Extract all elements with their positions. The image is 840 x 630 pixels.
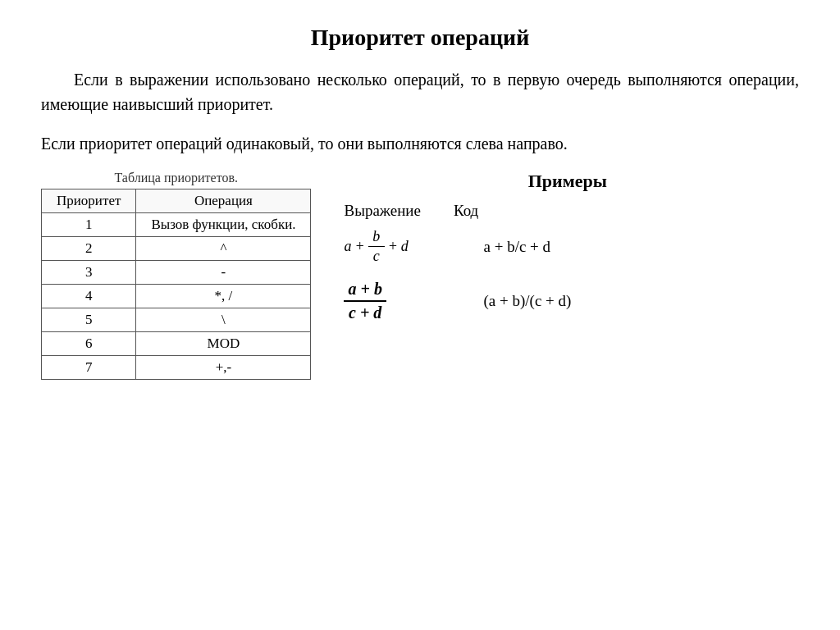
cell-operation-1: ^ bbox=[136, 237, 311, 261]
header-code: Код bbox=[454, 202, 478, 220]
code-1: a + b/c + d bbox=[483, 238, 550, 256]
cell-priority-6: 7 bbox=[42, 356, 136, 380]
expr-2: a + b c + d bbox=[344, 280, 459, 322]
examples-title: Примеры bbox=[336, 171, 799, 192]
big-fraction: a + b c + d bbox=[344, 280, 386, 322]
expr-plus1: + bbox=[354, 238, 364, 255]
table-row: 4*, / bbox=[42, 285, 311, 308]
numerator-b: b bbox=[368, 228, 385, 247]
examples-header: Выражение Код bbox=[336, 202, 799, 220]
numerator-ab: a + b bbox=[344, 280, 386, 302]
cell-priority-4: 5 bbox=[42, 308, 136, 332]
expr-1: a + b c + d bbox=[344, 228, 459, 265]
cell-priority-3: 4 bbox=[42, 285, 136, 308]
table-row: 2^ bbox=[42, 237, 311, 261]
math-expr-1: a + b c + d bbox=[344, 228, 408, 265]
cell-operation-0: Вызов функции, скобки. bbox=[136, 213, 311, 237]
examples-section: Примеры Выражение Код a + b c + d a + b/… bbox=[336, 171, 799, 337]
bottom-section: Таблица приоритетов. Приоритет Операция … bbox=[41, 171, 799, 380]
cell-priority-1: 2 bbox=[42, 237, 136, 261]
table-caption: Таблица приоритетов. bbox=[41, 171, 311, 185]
fraction-bc: b c bbox=[368, 228, 385, 265]
table-row: 5\ bbox=[42, 308, 311, 332]
table-row: 6MOD bbox=[42, 332, 311, 356]
math-expr-2: a + b c + d bbox=[344, 280, 386, 322]
denominator-c: c bbox=[373, 247, 380, 265]
code-2: (a + b)/(c + d) bbox=[483, 292, 571, 310]
cell-operation-4: \ bbox=[136, 308, 311, 332]
page-title: Приоритет операций bbox=[41, 25, 799, 51]
paragraph1: Если в выражении использовано несколько … bbox=[41, 67, 799, 116]
cell-priority-5: 6 bbox=[42, 332, 136, 356]
cell-operation-3: *, / bbox=[136, 285, 311, 308]
cell-operation-6: +,- bbox=[136, 356, 311, 380]
expr-a: a bbox=[344, 238, 351, 255]
denominator-cd: c + d bbox=[345, 302, 386, 322]
priority-table: Приоритет Операция 1Вызов функции, скобк… bbox=[41, 189, 311, 380]
expr-plus2: + bbox=[388, 238, 398, 255]
table-row: 1Вызов функции, скобки. bbox=[42, 213, 311, 237]
col-operation: Операция bbox=[136, 189, 311, 213]
expr-d: d bbox=[401, 238, 409, 255]
table-row: 3- bbox=[42, 261, 311, 285]
cell-priority-2: 3 bbox=[42, 261, 136, 285]
header-expression: Выражение bbox=[344, 202, 420, 220]
cell-priority-0: 1 bbox=[42, 213, 136, 237]
cell-operation-2: - bbox=[136, 261, 311, 285]
table-row: 7+,- bbox=[42, 356, 311, 380]
example-row-2: a + b c + d (a + b)/(c + d) bbox=[336, 280, 799, 322]
col-priority: Приоритет bbox=[42, 189, 136, 213]
example-row-1: a + b c + d a + b/c + d bbox=[336, 228, 799, 265]
table-header-row: Приоритет Операция bbox=[42, 189, 311, 213]
paragraph2: Если приоритет операций одинаковый, то о… bbox=[41, 131, 799, 156]
cell-operation-5: MOD bbox=[136, 332, 311, 356]
table-wrapper: Таблица приоритетов. Приоритет Операция … bbox=[41, 171, 311, 380]
